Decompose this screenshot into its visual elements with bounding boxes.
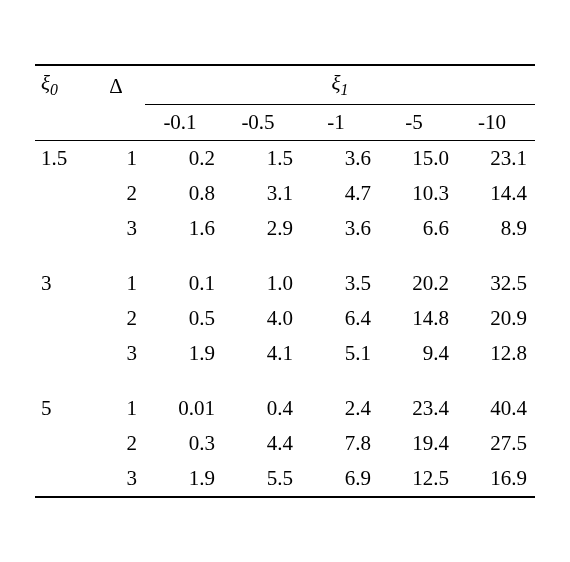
value-cell: 3.6 <box>301 211 379 246</box>
xi0-cell <box>35 336 95 371</box>
delta-header: Δ <box>109 74 123 98</box>
value-cell: 1.5 <box>223 141 301 177</box>
value-cell: 12.8 <box>457 336 535 371</box>
delta-cell: 2 <box>95 176 145 211</box>
xi0-cell: 3 <box>35 266 95 301</box>
table-row: 20.83.14.710.314.4 <box>35 176 535 211</box>
value-cell: 6.9 <box>301 461 379 497</box>
value-cell: 10.3 <box>379 176 457 211</box>
value-cell: 0.1 <box>145 266 223 301</box>
value-cell: 7.8 <box>301 426 379 461</box>
value-cell: 5.5 <box>223 461 301 497</box>
value-cell: 0.4 <box>223 391 301 426</box>
value-cell: 4.1 <box>223 336 301 371</box>
value-cell: 15.0 <box>379 141 457 177</box>
value-cell: 4.4 <box>223 426 301 461</box>
table-row: 510.010.42.423.440.4 <box>35 391 535 426</box>
table-row: 310.11.03.520.232.5 <box>35 266 535 301</box>
table-row: 31.94.15.19.412.8 <box>35 336 535 371</box>
delta-cell: 1 <box>95 391 145 426</box>
xi0-cell: 5 <box>35 391 95 426</box>
delta-cell: 1 <box>95 266 145 301</box>
col-header: -1 <box>301 105 379 141</box>
value-cell: 0.01 <box>145 391 223 426</box>
value-cell: 23.1 <box>457 141 535 177</box>
table-row: 20.34.47.819.427.5 <box>35 426 535 461</box>
delta-cell: 3 <box>95 461 145 497</box>
value-cell: 27.5 <box>457 426 535 461</box>
spacer-row <box>35 371 535 391</box>
value-cell: 4.0 <box>223 301 301 336</box>
value-cell: 12.5 <box>379 461 457 497</box>
table-row: 31.62.93.66.68.9 <box>35 211 535 246</box>
value-cell: 8.9 <box>457 211 535 246</box>
col-header: -10 <box>457 105 535 141</box>
table-container: ξ0 Δ ξ1 -0.1 -0.5 -1 -5 -10 1.510.21.53.… <box>35 64 535 498</box>
value-cell: 6.6 <box>379 211 457 246</box>
value-cell: 0.5 <box>145 301 223 336</box>
value-cell: 20.2 <box>379 266 457 301</box>
value-cell: 19.4 <box>379 426 457 461</box>
value-cell: 5.1 <box>301 336 379 371</box>
table-row: 1.510.21.53.615.023.1 <box>35 141 535 177</box>
xi0-cell <box>35 176 95 211</box>
xi0-cell <box>35 426 95 461</box>
delta-cell: 2 <box>95 426 145 461</box>
xi1-header: ξ1 <box>332 71 349 95</box>
table-row: 31.95.56.912.516.9 <box>35 461 535 497</box>
value-cell: 2.9 <box>223 211 301 246</box>
data-table: ξ0 Δ ξ1 -0.1 -0.5 -1 -5 -10 1.510.21.53.… <box>35 64 535 498</box>
value-cell: 2.4 <box>301 391 379 426</box>
delta-cell: 2 <box>95 301 145 336</box>
value-cell: 23.4 <box>379 391 457 426</box>
value-cell: 9.4 <box>379 336 457 371</box>
xi0-header: ξ0 <box>41 71 58 95</box>
value-cell: 3.5 <box>301 266 379 301</box>
xi0-cell <box>35 461 95 497</box>
table-row: 20.54.06.414.820.9 <box>35 301 535 336</box>
value-cell: 6.4 <box>301 301 379 336</box>
value-cell: 4.7 <box>301 176 379 211</box>
value-cell: 3.1 <box>223 176 301 211</box>
col-header: -5 <box>379 105 457 141</box>
delta-cell: 3 <box>95 211 145 246</box>
value-cell: 1.9 <box>145 336 223 371</box>
col-header: -0.1 <box>145 105 223 141</box>
value-cell: 1.0 <box>223 266 301 301</box>
xi0-cell: 1.5 <box>35 141 95 177</box>
value-cell: 20.9 <box>457 301 535 336</box>
delta-cell: 3 <box>95 336 145 371</box>
value-cell: 1.9 <box>145 461 223 497</box>
value-cell: 0.8 <box>145 176 223 211</box>
spacer-row <box>35 246 535 266</box>
xi0-cell <box>35 301 95 336</box>
value-cell: 16.9 <box>457 461 535 497</box>
value-cell: 0.3 <box>145 426 223 461</box>
value-cell: 32.5 <box>457 266 535 301</box>
value-cell: 0.2 <box>145 141 223 177</box>
value-cell: 14.8 <box>379 301 457 336</box>
value-cell: 3.6 <box>301 141 379 177</box>
value-cell: 14.4 <box>457 176 535 211</box>
value-cell: 40.4 <box>457 391 535 426</box>
col-header: -0.5 <box>223 105 301 141</box>
delta-cell: 1 <box>95 141 145 177</box>
value-cell: 1.6 <box>145 211 223 246</box>
xi0-cell <box>35 211 95 246</box>
